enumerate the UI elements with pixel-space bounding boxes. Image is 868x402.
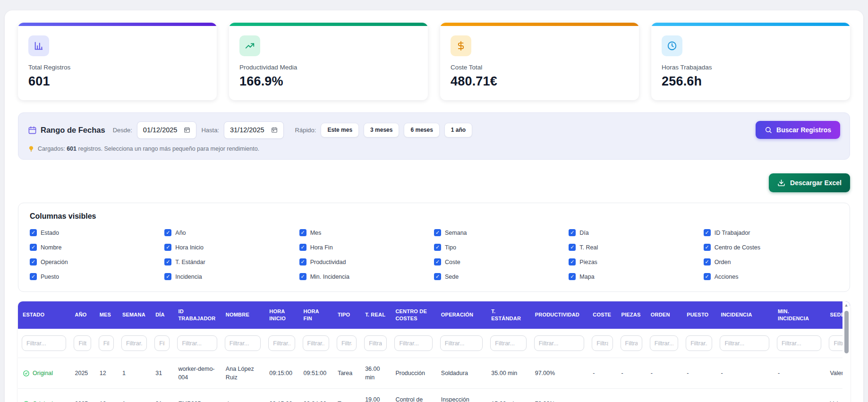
column-filter-input-hora-fin[interactable]	[303, 335, 329, 351]
date-from-input[interactable]: 01/12/2025	[137, 121, 197, 139]
checkbox-checked-icon[interactable]: ✓	[434, 229, 441, 236]
column-filter-input-piezas[interactable]	[621, 335, 642, 351]
column-header-hora-inicio[interactable]: HORA INICIO	[264, 301, 298, 329]
column-filter-input-estado[interactable]	[22, 335, 66, 351]
checkbox-checked-icon[interactable]: ✓	[164, 273, 171, 280]
column-header-operación[interactable]: OPERACIÓN	[436, 301, 486, 329]
checkbox-checked-icon[interactable]: ✓	[164, 244, 171, 251]
checkbox-checked-icon[interactable]: ✓	[299, 258, 306, 265]
download-excel-button[interactable]: Descargar Excel	[769, 173, 850, 192]
checkbox-checked-icon[interactable]: ✓	[569, 244, 576, 251]
scrollbar-thumb[interactable]	[844, 311, 849, 353]
column-filter-input-tipo[interactable]	[337, 335, 357, 351]
column-filter-input-t-real[interactable]	[364, 335, 387, 351]
checkbox-checked-icon[interactable]: ✓	[164, 229, 171, 236]
column-filter-input-productividad[interactable]	[534, 335, 585, 351]
column-toggle-mes[interactable]: ✓Mes	[299, 229, 434, 236]
column-filter-input-coste[interactable]	[592, 335, 613, 351]
date-to-input[interactable]: 31/12/2025	[224, 121, 284, 139]
column-filter-input-id-trabajador[interactable]	[177, 335, 217, 351]
date-picker-icon[interactable]	[184, 127, 190, 133]
column-header-piezas[interactable]: PIEZAS	[617, 301, 646, 329]
checkbox-checked-icon[interactable]: ✓	[704, 244, 711, 251]
column-header-día[interactable]: DÍA	[151, 301, 173, 329]
checkbox-checked-icon[interactable]: ✓	[30, 244, 37, 251]
column-filter-input-centro-de-costes[interactable]	[394, 335, 432, 351]
checkbox-checked-icon[interactable]: ✓	[299, 273, 306, 280]
column-header-incidencia[interactable]: INCIDENCIA	[716, 301, 773, 329]
checkbox-checked-icon[interactable]: ✓	[30, 258, 37, 265]
scrollbar-up-arrow-icon[interactable]: ▲	[844, 303, 849, 308]
column-toggle-operaci-n[interactable]: ✓Operación	[30, 258, 164, 265]
column-header-nombre[interactable]: NOMBRE	[221, 301, 264, 329]
column-toggle-coste[interactable]: ✓Coste	[434, 258, 569, 265]
column-filter-input-año[interactable]	[74, 335, 91, 351]
checkbox-checked-icon[interactable]: ✓	[569, 258, 576, 265]
column-filter-input-operación[interactable]	[440, 335, 483, 351]
column-filter-input-incidencia[interactable]	[720, 335, 769, 351]
checkbox-checked-icon[interactable]: ✓	[164, 258, 171, 265]
column-toggle-estado[interactable]: ✓Estado	[30, 229, 164, 236]
column-toggle-sede[interactable]: ✓Sede	[434, 273, 569, 280]
column-header-puesto[interactable]: PUESTO	[682, 301, 716, 329]
quick-option-button[interactable]: 6 meses	[404, 123, 439, 137]
column-header-tipo[interactable]: TIPO	[333, 301, 360, 329]
checkbox-checked-icon[interactable]: ✓	[299, 229, 306, 236]
column-filter-input-t-estándar[interactable]	[490, 335, 526, 351]
search-records-button[interactable]: Buscar Registros	[756, 121, 840, 139]
column-filter-input-orden[interactable]	[650, 335, 678, 351]
column-filter-input-min-incidencia[interactable]	[777, 335, 821, 351]
column-toggle-mapa[interactable]: ✓Mapa	[569, 273, 703, 280]
column-header-año[interactable]: AÑO	[70, 301, 94, 329]
checkbox-checked-icon[interactable]: ✓	[434, 273, 441, 280]
column-toggle-min-incidencia[interactable]: ✓Min. Incidencia	[299, 273, 434, 280]
column-header-t-real[interactable]: T. REAL	[360, 301, 391, 329]
column-header-min-incidencia[interactable]: MIN. INCIDENCIA	[773, 301, 825, 329]
column-filter-input-puesto[interactable]	[686, 335, 712, 351]
column-header-t-estándar[interactable]: T. ESTÁNDAR	[486, 301, 530, 329]
column-toggle-productividad[interactable]: ✓Productividad	[299, 258, 434, 265]
column-header-estado[interactable]: ESTADO	[18, 301, 70, 329]
column-toggle-nombre[interactable]: ✓Nombre	[30, 244, 164, 251]
column-filter-input-mes[interactable]	[99, 335, 114, 351]
checkbox-checked-icon[interactable]: ✓	[704, 229, 711, 236]
column-header-centro-de-costes[interactable]: CENTRO DE COSTES	[391, 301, 436, 329]
checkbox-checked-icon[interactable]: ✓	[30, 229, 37, 236]
column-toggle-a-o[interactable]: ✓Año	[164, 229, 299, 236]
column-toggle-centro-de-costes[interactable]: ✓Centro de Costes	[704, 244, 838, 251]
checkbox-checked-icon[interactable]: ✓	[434, 258, 441, 265]
column-toggle-semana[interactable]: ✓Semana	[434, 229, 569, 236]
column-header-semana[interactable]: SEMANA	[118, 301, 151, 329]
column-toggle-incidencia[interactable]: ✓Incidencia	[164, 273, 299, 280]
column-toggle-hora-inicio[interactable]: ✓Hora Inicio	[164, 244, 299, 251]
column-header-mes[interactable]: MES	[95, 301, 118, 329]
checkbox-checked-icon[interactable]: ✓	[569, 229, 576, 236]
vertical-scrollbar[interactable]: ▲	[842, 301, 850, 402]
table-row[interactable]: Original202512131worker-demo-004Ana Lópe…	[18, 358, 850, 389]
checkbox-checked-icon[interactable]: ✓	[704, 258, 711, 265]
column-filter-input-día[interactable]	[154, 335, 170, 351]
column-toggle-puesto[interactable]: ✓Puesto	[30, 273, 164, 280]
quick-option-button[interactable]: 3 meses	[364, 123, 399, 137]
column-header-id-trabajador[interactable]: ID TRABAJADOR	[173, 301, 221, 329]
table-row[interactable]: Original202512131EMP005demo09:15:0009:34…	[18, 389, 850, 402]
column-filter-input-hora-inicio[interactable]	[268, 335, 295, 351]
checkbox-checked-icon[interactable]: ✓	[434, 244, 441, 251]
quick-option-button[interactable]: 1 año	[444, 123, 472, 137]
column-toggle-piezas[interactable]: ✓Piezas	[569, 258, 703, 265]
column-toggle-t-est-ndar[interactable]: ✓T. Estándar	[164, 258, 299, 265]
column-filter-input-nombre[interactable]	[225, 335, 261, 351]
checkbox-checked-icon[interactable]: ✓	[704, 273, 711, 280]
date-picker-icon[interactable]	[271, 127, 278, 133]
column-header-productividad[interactable]: PRODUCTIVIDAD	[530, 301, 588, 329]
column-toggle-hora-fin[interactable]: ✓Hora Fin	[299, 244, 434, 251]
column-toggle-orden[interactable]: ✓Orden	[704, 258, 838, 265]
column-toggle-acciones[interactable]: ✓Acciones	[704, 273, 838, 280]
column-header-coste[interactable]: COSTE	[588, 301, 616, 329]
checkbox-checked-icon[interactable]: ✓	[569, 273, 576, 280]
column-header-orden[interactable]: ORDEN	[646, 301, 682, 329]
quick-option-button[interactable]: Este mes	[321, 123, 359, 137]
column-toggle-t-real[interactable]: ✓T. Real	[569, 244, 703, 251]
column-toggle-d-a[interactable]: ✓Día	[569, 229, 703, 236]
checkbox-checked-icon[interactable]: ✓	[299, 244, 306, 251]
